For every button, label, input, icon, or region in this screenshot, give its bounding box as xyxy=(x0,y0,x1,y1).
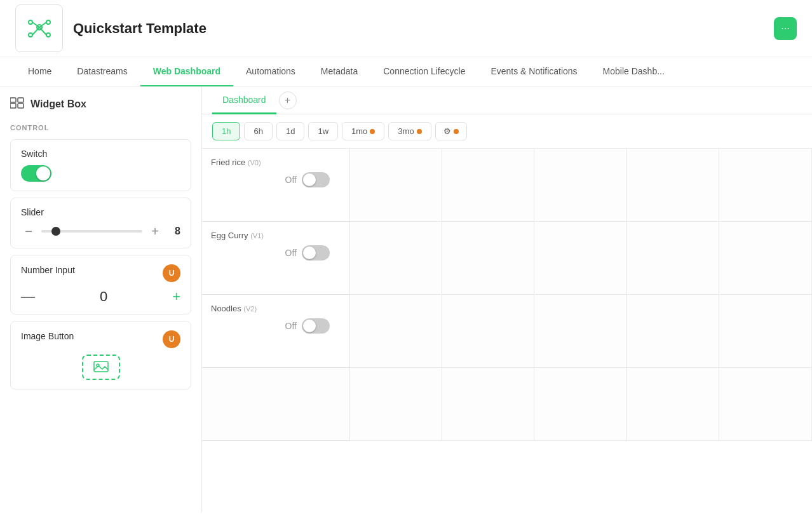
logo-box xyxy=(15,4,63,52)
noodles-title: Noodles (V2) xyxy=(211,304,340,313)
number-plus-button[interactable]: + xyxy=(172,288,180,305)
noodles-toggle-row: Off xyxy=(211,318,340,334)
image-icon xyxy=(93,361,109,374)
empty-cell xyxy=(534,368,627,441)
empty-cell xyxy=(627,368,720,441)
egg-curry-cell: Egg Curry (V1) Off xyxy=(202,222,349,295)
noodles-knob xyxy=(303,320,316,332)
app-title: Quickstart Template xyxy=(73,20,206,37)
empty-cell xyxy=(534,295,627,368)
empty-cell xyxy=(442,222,535,295)
empty-cell-col1-row4 xyxy=(202,368,349,441)
image-button-name: Image Button xyxy=(21,331,74,341)
nav-item-events-notifications[interactable]: Events & Notifications xyxy=(478,57,590,87)
noodles-toggle[interactable] xyxy=(302,318,330,334)
fried-rice-toggle-row: Off xyxy=(211,172,340,187)
empty-cell xyxy=(627,149,720,222)
empty-cell xyxy=(719,222,812,295)
empty-cell xyxy=(442,149,535,222)
svg-line-8 xyxy=(39,27,46,35)
slider-widget-card: Slider − + 8 xyxy=(10,198,191,248)
widget-box-label: Widget Box xyxy=(30,98,86,110)
switch-toggle[interactable] xyxy=(21,165,51,182)
switch-widget-card: Switch xyxy=(10,139,191,191)
image-button-lock-badge: U xyxy=(163,330,180,348)
time-filter-3mo[interactable]: 3mo xyxy=(388,122,431,140)
svg-point-1 xyxy=(29,20,32,24)
dashboard-grid: Fried rice (V0) Off Egg Curry xyxy=(202,148,812,441)
widget-box-sidebar: Widget Box CONTROL Switch Slider − + 8 xyxy=(0,87,202,512)
time-filter-1w[interactable]: 1w xyxy=(308,122,338,140)
dashboard-area: Dashboard + 1h 6h 1d 1w 1mo 3mo ⚙ xyxy=(202,87,812,512)
empty-cell xyxy=(534,222,627,295)
slider-value: 8 xyxy=(168,226,180,237)
empty-cell xyxy=(719,295,812,368)
egg-curry-title: Egg Curry (V1) xyxy=(211,231,340,240)
empty-cell xyxy=(627,295,720,368)
empty-cell xyxy=(349,222,442,295)
slider-thumb xyxy=(51,227,60,236)
egg-curry-toggle[interactable] xyxy=(302,245,330,260)
nav-item-web-dashboard[interactable]: Web Dashboard xyxy=(140,57,233,87)
time-filter-1h[interactable]: 1h xyxy=(212,122,240,140)
svg-point-4 xyxy=(46,33,50,37)
noodles-cell: Noodles (V2) Off xyxy=(202,295,349,368)
number-value: 0 xyxy=(100,288,107,305)
empty-cell xyxy=(442,368,535,441)
empty-cell xyxy=(719,149,812,222)
nav-item-home[interactable]: Home xyxy=(15,57,64,87)
empty-cell xyxy=(627,222,720,295)
nav-item-metadata[interactable]: Metadata xyxy=(308,57,370,87)
dashboard-tabs: Dashboard + xyxy=(202,87,812,114)
dot-3mo xyxy=(417,129,422,134)
nav-item-connection-lifecycle[interactable]: Connection Lifecycle xyxy=(370,57,478,87)
dashboard-tab[interactable]: Dashboard xyxy=(212,87,276,114)
time-filter-1mo[interactable]: 1mo xyxy=(342,122,384,140)
control-section-label: CONTROL xyxy=(10,124,191,132)
image-button-preview[interactable] xyxy=(82,355,120,380)
empty-cell xyxy=(349,149,442,222)
egg-curry-knob xyxy=(303,247,316,259)
image-button-widget-card: Image Button U xyxy=(10,321,191,389)
header: Quickstart Template ··· xyxy=(0,0,812,57)
time-filter-6h[interactable]: 6h xyxy=(244,122,272,140)
empty-cell xyxy=(719,368,812,441)
number-minus-button[interactable]: — xyxy=(21,288,35,305)
empty-cell xyxy=(442,295,535,368)
widget-column: Fried rice (V0) Off Egg Curry xyxy=(202,149,349,441)
more-button[interactable]: ··· xyxy=(774,17,797,40)
time-filter-1d[interactable]: 1d xyxy=(276,122,304,140)
slider-plus-button[interactable]: + xyxy=(147,224,163,239)
time-settings-button[interactable]: ⚙ xyxy=(435,122,467,140)
nav-item-automations[interactable]: Automations xyxy=(233,57,308,87)
settings-icon: ⚙ xyxy=(443,126,451,136)
time-filters: 1h 6h 1d 1w 1mo 3mo ⚙ xyxy=(202,114,812,148)
dot-1mo xyxy=(370,129,375,134)
sidebar-title: Widget Box xyxy=(10,97,191,111)
number-row: — 0 + xyxy=(21,288,180,305)
fried-rice-cell: Fried rice (V0) Off xyxy=(202,149,349,222)
svg-line-7 xyxy=(32,27,39,35)
egg-curry-toggle-row: Off xyxy=(211,245,340,260)
slider-minus-button[interactable]: − xyxy=(21,224,36,239)
slider-row: − + 8 xyxy=(21,224,180,239)
switch-knob xyxy=(36,166,50,180)
svg-rect-12 xyxy=(18,104,24,108)
main-nav: Home Datastreams Web Dashboard Automatio… xyxy=(0,57,812,87)
slider-widget-name: Slider xyxy=(21,207,180,217)
svg-point-2 xyxy=(46,20,50,24)
widget-box-icon xyxy=(10,97,24,111)
number-input-name: Number Input xyxy=(21,265,75,275)
nav-item-datastreams[interactable]: Datastreams xyxy=(64,57,140,87)
fried-rice-toggle[interactable] xyxy=(302,172,330,187)
slider-track[interactable] xyxy=(41,230,142,233)
svg-rect-10 xyxy=(10,104,16,108)
fried-rice-knob xyxy=(303,173,316,186)
nav-item-mobile-dashboard[interactable]: Mobile Dashb... xyxy=(590,57,677,87)
empty-cell xyxy=(349,368,442,441)
logo-icon xyxy=(24,16,55,41)
dot-settings xyxy=(454,129,459,134)
image-button-header: Image Button U xyxy=(21,330,180,348)
main-content: Widget Box CONTROL Switch Slider − + 8 xyxy=(0,87,812,512)
add-tab-button[interactable]: + xyxy=(279,91,297,109)
